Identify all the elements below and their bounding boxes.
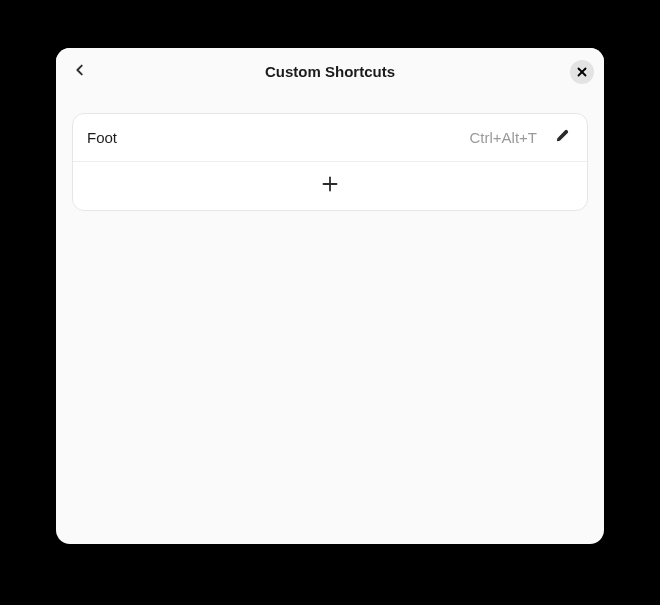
shortcuts-list: Foot Ctrl+Alt+T [72, 113, 588, 211]
settings-window: Custom Shortcuts Foot Ctrl+Alt+T [56, 48, 604, 544]
plus-icon [321, 175, 339, 197]
content-area: Foot Ctrl+Alt+T [56, 95, 604, 544]
titlebar: Custom Shortcuts [56, 48, 604, 95]
page-title: Custom Shortcuts [265, 63, 395, 80]
shortcut-row[interactable]: Foot Ctrl+Alt+T [73, 114, 587, 162]
chevron-left-icon [73, 63, 87, 81]
edit-shortcut-button[interactable] [551, 127, 573, 149]
back-button[interactable] [66, 58, 94, 86]
add-shortcut-button[interactable] [73, 162, 587, 210]
close-icon [577, 63, 587, 81]
shortcut-keys: Ctrl+Alt+T [469, 129, 537, 146]
close-button[interactable] [570, 60, 594, 84]
pencil-icon [554, 128, 570, 148]
shortcut-name: Foot [87, 129, 117, 146]
